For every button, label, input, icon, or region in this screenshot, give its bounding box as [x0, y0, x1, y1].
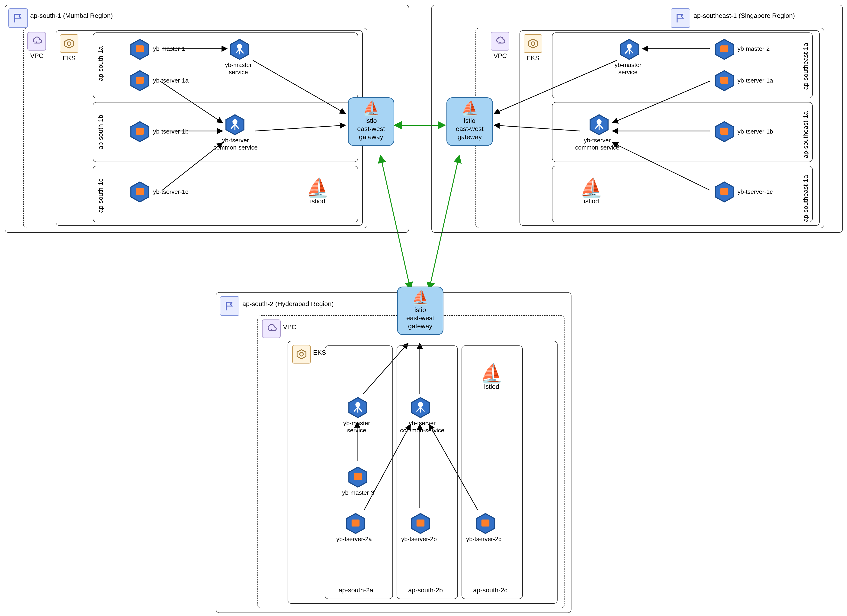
svc-icon	[225, 113, 245, 136]
svg-rect-74	[354, 473, 362, 480]
vpc-label: VPC	[30, 52, 44, 60]
az-label: ap-south-1c	[97, 178, 104, 213]
node-label: yb-tserver-1c	[153, 188, 188, 196]
eks-label: EKS	[313, 349, 326, 356]
svg-marker-61	[297, 350, 306, 359]
istio-gateway-singapore: ⛵ istio east-west gateway	[446, 97, 493, 146]
pod-icon	[130, 181, 150, 203]
pod-icon	[475, 512, 496, 535]
node-label: yb-tserver-1b	[738, 128, 773, 135]
svg-point-26	[237, 44, 242, 49]
pod-icon	[714, 38, 734, 60]
pod-icon	[130, 38, 150, 60]
node-label: yb-tserver-1a	[153, 77, 189, 84]
istiod-icon: ⛵istiod	[480, 364, 503, 390]
istio-gateway-mumbai: ⛵ istio east-west gateway	[348, 97, 394, 146]
vpc-icon	[262, 320, 280, 338]
svc-icon	[410, 396, 431, 419]
az-sg-a	[552, 32, 813, 98]
istio-gateway-hyd: ⛵ istio east-west gateway	[397, 287, 443, 335]
gateway-label: istio east-west gateway	[350, 116, 392, 141]
svg-marker-41	[528, 39, 537, 48]
svg-point-42	[531, 42, 534, 45]
istiod-icon: ⛵istiod	[306, 178, 329, 205]
node-label: yb-tserver-1c	[738, 188, 773, 196]
az-label: ap-southeast-1a	[802, 111, 809, 158]
svg-point-35	[232, 119, 238, 124]
istiod-label: istiod	[306, 198, 329, 205]
svg-rect-80	[481, 520, 489, 526]
svg-rect-44	[720, 46, 728, 52]
node-label: yb-master-1	[153, 45, 185, 52]
eks-label: EKS	[527, 55, 540, 62]
node-label: yb-tserver-2b	[401, 536, 437, 543]
svg-point-22	[67, 42, 71, 45]
svg-point-55	[596, 119, 602, 124]
sail-icon: ⛵	[350, 101, 392, 115]
node-label: yb-tserver common-service	[213, 137, 258, 151]
pod-icon	[348, 466, 368, 488]
svg-rect-40	[136, 188, 144, 195]
sail-icon: ⛵	[399, 290, 441, 304]
svc-icon	[230, 38, 249, 60]
eks-icon	[292, 345, 311, 364]
svg-point-62	[300, 352, 303, 356]
node-label: yb-tserver common-service	[400, 420, 444, 434]
svg-rect-51	[720, 77, 728, 84]
istiod-icon: ⛵istiod	[580, 178, 603, 205]
svg-rect-24	[136, 46, 144, 52]
az-label: ap-southeast-1a	[802, 175, 809, 222]
node-label: yb-master service	[225, 62, 252, 76]
flag-icon	[671, 8, 690, 28]
pod-icon	[714, 181, 734, 203]
svg-rect-31	[136, 77, 144, 84]
vpc-icon	[491, 32, 509, 50]
pod-icon	[714, 121, 734, 143]
pod-icon	[345, 512, 366, 535]
node-label: yb-tserver common-service	[575, 137, 620, 151]
node-label: yb-tserver-2a	[336, 536, 372, 543]
svc-icon	[348, 396, 368, 419]
gateway-label: istio east-west gateway	[449, 116, 491, 141]
svg-point-69	[418, 402, 423, 407]
node-label: yb-master service	[343, 420, 370, 434]
region-title: ap-south-1 (Mumbai Region)	[30, 12, 113, 19]
vpc-label: VPC	[494, 52, 507, 60]
pod-icon	[410, 512, 431, 535]
region-title: ap-south-2 (Hyderabad Region)	[242, 300, 334, 308]
az-label: ap-south-1b	[97, 115, 104, 149]
region-title: ap-southeast-1 (Singapore Region)	[694, 12, 795, 19]
node-label: yb-master-3	[342, 489, 374, 497]
svc-icon	[589, 113, 609, 136]
gateway-label: istio east-west gateway	[399, 306, 441, 330]
flag-icon	[8, 8, 28, 28]
az-label: ap-south-2b	[408, 587, 443, 594]
istiod-label: istiod	[480, 383, 503, 390]
vpc-icon	[27, 32, 46, 50]
svg-point-46	[627, 44, 632, 49]
svc-icon	[619, 38, 639, 60]
svg-rect-53	[720, 128, 728, 135]
pod-icon	[130, 69, 150, 92]
eks-label: EKS	[63, 55, 75, 62]
node-label: yb-tserver-1a	[738, 77, 773, 84]
svg-marker-21	[65, 39, 74, 48]
node-label: yb-master service	[615, 62, 642, 76]
svg-rect-33	[136, 128, 144, 135]
az-label: ap-south-2c	[473, 587, 508, 594]
flag-icon	[220, 296, 239, 316]
svg-rect-78	[416, 520, 424, 526]
az-label: ap-south-2a	[339, 587, 373, 594]
node-label: yb-master-2	[738, 45, 770, 52]
node-label: yb-tserver-1b	[153, 128, 189, 135]
pod-icon	[714, 69, 734, 92]
pod-icon	[130, 121, 150, 143]
node-label: yb-tserver-2c	[466, 536, 502, 543]
az-label: ap-south-1a	[97, 46, 104, 81]
eks-icon	[60, 34, 78, 53]
sail-icon: ⛵	[449, 101, 491, 115]
svg-rect-60	[720, 188, 728, 195]
svg-point-64	[355, 402, 360, 407]
az-label: ap-southeast-1a	[802, 43, 809, 90]
az-hyd-b	[397, 345, 458, 599]
